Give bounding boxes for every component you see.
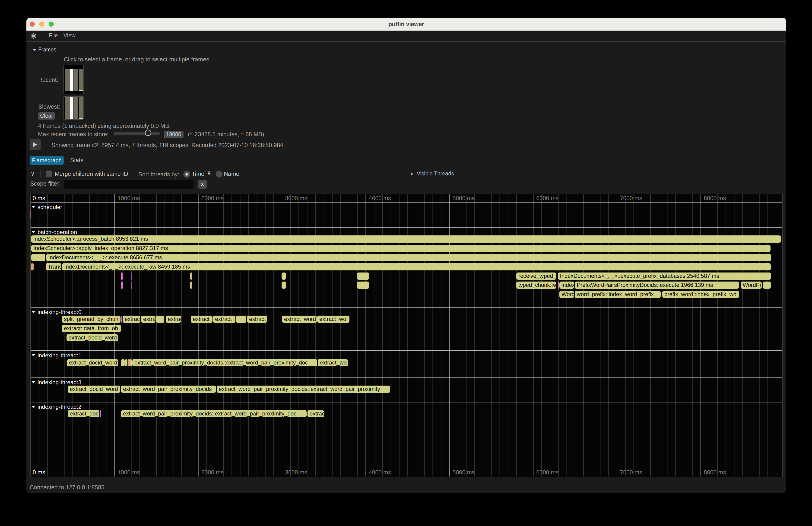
svg-text:extract_word_pair_proximity_do: extract_word_pair_proximity_docids	[123, 386, 212, 392]
svg-text:8000 ms: 8000 ms	[704, 469, 726, 476]
svg-text:PrefixWordPairsProximityDocids: PrefixWordPairsProximityDocids::execute …	[577, 282, 713, 288]
svg-text:extract_word: extract_word	[284, 316, 316, 322]
svg-text:8000 ms: 8000 ms	[704, 195, 726, 201]
svg-text:2000 ms: 2000 ms	[201, 469, 223, 476]
svg-text:word_prefix::index_word_prefix: word_prefix::index_word_prefix_	[577, 291, 657, 297]
svg-text:2000 ms: 2000 ms	[201, 195, 223, 201]
svg-text:extract: extract	[249, 316, 266, 322]
svg-text:4000 ms: 4000 ms	[369, 469, 391, 476]
svg-text:extrac: extrac	[168, 316, 183, 322]
svg-text:batch-operation: batch-operation	[38, 229, 77, 235]
svg-text:1000 ms: 1000 ms	[117, 195, 140, 201]
svg-text:indexing-thread:2: indexing-thread:2	[38, 404, 81, 410]
svg-text:extract_docid_word: extract_docid_word	[69, 334, 117, 341]
svg-text:6000 ms: 6000 ms	[536, 469, 559, 476]
svg-text:extrac: extrac	[309, 410, 325, 417]
svg-text:WordPr: WordPr	[743, 282, 762, 288]
svg-text:indexing-thread:1: indexing-thread:1	[38, 352, 81, 359]
svg-text:extract_: extract_	[215, 316, 235, 322]
svg-text:extract_word_pair_proximity_do: extract_word_pair_proximity_docids::extr…	[123, 410, 296, 417]
svg-text:extract_doc: extract_doc	[70, 410, 99, 417]
svg-text:IndexDocuments<_, _>::execute: IndexDocuments<_, _>::execute 8656.677 m…	[48, 254, 162, 261]
svg-text:extract_: extract_	[193, 316, 213, 322]
svg-text:7000 ms: 7000 ms	[620, 469, 642, 476]
svg-text:extract_docid_word: extract_docid_word	[69, 360, 117, 366]
svg-text:extra: extra	[143, 316, 156, 322]
svg-text:indexing-thread:3: indexing-thread:3	[38, 379, 81, 385]
svg-text:IndexDocuments<_, _>::execute_: IndexDocuments<_, _>::execute_raw 8459.1…	[64, 263, 190, 270]
svg-text:7000 ms: 7000 ms	[620, 195, 642, 201]
svg-text:extract_docid_word: extract_docid_word	[70, 386, 118, 392]
svg-text:Trans: Trans	[48, 263, 62, 270]
svg-text:extract_wo: extract_wo	[320, 360, 347, 366]
svg-text:0 ms: 0 ms	[33, 195, 45, 201]
svg-text:scheduler: scheduler	[38, 204, 62, 210]
svg-text:extract_wo: extract_wo	[319, 316, 346, 322]
svg-text:split_grenad_by_chun: split_grenad_by_chun	[64, 316, 118, 322]
svg-text:prefix_word::index_prefix_wo: prefix_word::index_prefix_wo	[664, 291, 737, 297]
svg-text:3000 ms: 3000 ms	[285, 469, 307, 476]
svg-text:4000 ms: 4000 ms	[369, 195, 391, 201]
svg-text:IndexScheduler>::apply_index_o: IndexScheduler>::apply_index_operation 8…	[33, 245, 168, 251]
svg-text:6000 ms: 6000 ms	[536, 195, 559, 201]
svg-text:IndexScheduler>::process_batch: IndexScheduler>::process_batch 8953.821 …	[33, 236, 148, 242]
svg-text:5000 ms: 5000 ms	[453, 469, 475, 476]
svg-text:extract_word_pair_proximity_do: extract_word_pair_proximity_docids::extr…	[219, 386, 380, 392]
svg-text:typed_chunk::w: typed_chunk::w	[518, 282, 557, 288]
svg-text:IndexDocuments<_, _>::execute_: IndexDocuments<_, _>::execute_prefix_dat…	[560, 273, 719, 279]
svg-text:5000 ms: 5000 ms	[453, 195, 475, 201]
svg-text:1000 ms: 1000 ms	[117, 469, 140, 476]
svg-text:0 ms: 0 ms	[33, 469, 45, 476]
svg-text:receive_typed_: receive_typed_	[518, 273, 556, 279]
svg-text:extract_word_pair_proximity_do: extract_word_pair_proximity_docids::extr…	[134, 360, 308, 366]
svg-text:extract::data_from_ob: extract::data_from_ob	[64, 325, 118, 331]
svg-text:indexing-thread:0: indexing-thread:0	[38, 309, 81, 315]
svg-text:extract: extract	[125, 316, 141, 322]
svg-text:3000 ms: 3000 ms	[285, 195, 307, 201]
